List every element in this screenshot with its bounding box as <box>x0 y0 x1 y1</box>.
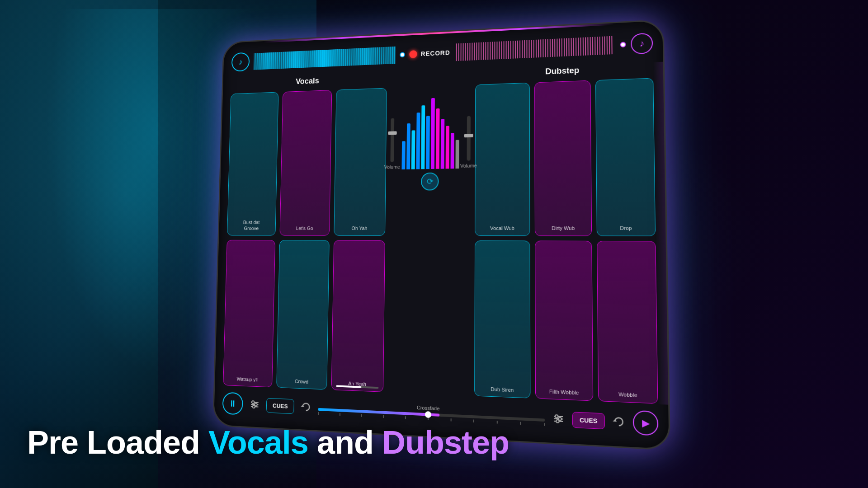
pad-label-vocal-wub: Vocal Wub <box>490 225 514 232</box>
pad-ah-yeah[interactable]: Ah Yeah <box>331 240 385 392</box>
right-volume-fader[interactable]: Volume <box>460 116 477 169</box>
svg-point-12 <box>556 420 559 423</box>
eq-bar-12 <box>455 140 459 169</box>
sync-icon-left <box>300 400 312 413</box>
left-fader-track <box>391 118 395 162</box>
headline-dubstep: Dubstep <box>382 424 509 460</box>
headline-prefix: Pre Loaded <box>27 424 208 460</box>
dubstep-panel: Dubstep Vocal Wub Dirty Wub Drop Dub Sir <box>474 63 658 404</box>
record-label: RECORD <box>421 49 450 57</box>
eq-bar-8 <box>435 108 439 169</box>
left-volume-fader[interactable]: Volume <box>384 118 401 170</box>
crossfade-thumb <box>425 411 431 418</box>
eq-bars-container <box>401 88 459 169</box>
svg-marker-13 <box>613 419 617 422</box>
pad-vocal-wub[interactable]: Vocal Wub <box>475 83 530 236</box>
crossfade-label: Crossfade <box>417 405 440 412</box>
eq-icon-left-svg <box>250 399 259 410</box>
eq-display: Volume <box>390 70 471 169</box>
sync-icon-center[interactable]: ⟳ <box>421 173 439 191</box>
pad-lets-go[interactable]: Let's Go <box>280 90 332 235</box>
cues-button-right[interactable]: CUES <box>572 412 605 429</box>
eq-bar-3 <box>411 130 415 169</box>
sync-button-right[interactable] <box>609 412 629 432</box>
pad-filth-wobble[interactable]: Filth Wobble <box>535 240 593 401</box>
headline-and: and <box>308 424 382 460</box>
pad-label-drop: Drop <box>620 225 632 232</box>
play-pause-left[interactable]: ⏸ <box>222 392 244 415</box>
pad-label-filth-wobble: Filth Wobble <box>549 388 579 396</box>
pad-label-dub-siren: Dub Siren <box>491 386 514 394</box>
svg-point-5 <box>252 405 255 408</box>
eq-bar-11 <box>450 133 454 169</box>
dubstep-title: Dubstep <box>475 63 653 80</box>
crossfade-section: Crossfade <box>318 400 545 426</box>
left-fader-handle <box>388 131 397 135</box>
pad-crowd[interactable]: Crowd <box>276 240 330 390</box>
pad-drop[interactable]: Drop <box>595 78 656 236</box>
record-dot <box>409 50 417 58</box>
pad-bust-dat-groove[interactable]: Bust datGroove <box>227 92 278 235</box>
eq-bars <box>401 97 459 169</box>
svg-point-10 <box>555 415 558 418</box>
record-button-area[interactable]: RECORD <box>409 48 450 58</box>
eq-button-left[interactable] <box>246 395 263 414</box>
play-pause-left-icon: ⏸ <box>228 398 237 408</box>
phone-device: ♪ RECORD ♪ Vocals <box>212 19 670 450</box>
pad-label-watsup-yall: Watsup y'll <box>237 375 259 383</box>
eq-bar-5 <box>421 105 425 169</box>
vocals-pad-grid: Bust datGroove Let's Go Oh Yah Watsup y'… <box>223 88 387 392</box>
svg-point-3 <box>252 401 255 404</box>
sync-icon-right <box>612 414 626 429</box>
playhead-right <box>620 42 626 47</box>
eq-bar-7 <box>430 98 434 169</box>
right-fader-handle <box>464 134 473 137</box>
svg-marker-6 <box>301 405 305 407</box>
headline-text: Pre Loaded Vocals and Dubstep <box>27 424 509 461</box>
music-icon-left[interactable]: ♪ <box>231 52 250 72</box>
phone-body: ♪ RECORD ♪ Vocals <box>212 19 670 450</box>
waveform-left <box>253 46 396 70</box>
playhead-left <box>400 52 405 57</box>
eq-bar-2 <box>406 123 410 169</box>
right-fader-track <box>467 116 470 160</box>
pad-label-lets-go: Let's Go <box>296 225 313 232</box>
pad-label-dirty-wub: Dirty Wub <box>552 225 575 232</box>
main-content: Vocals Bust datGroove Let's Go Oh Yah Wa <box>223 63 658 404</box>
pad-label-crowd: Crowd <box>295 378 308 385</box>
left-volume-label: Volume <box>384 164 401 169</box>
pad-label-oh-yah: Oh Yah <box>352 225 368 231</box>
sync-button-left[interactable] <box>297 398 315 417</box>
eq-icon-right-svg <box>553 413 564 425</box>
pad-watsup-yall[interactable]: Watsup y'll <box>223 239 275 387</box>
dubstep-pad-grid: Vocal Wub Dirty Wub Drop Dub Siren Filt <box>474 78 658 404</box>
app-ui: ♪ RECORD ♪ Vocals <box>222 30 658 438</box>
pad-dub-siren[interactable]: Dub Siren <box>474 240 530 399</box>
center-mixer: Volume <box>388 70 471 396</box>
music-icon-right[interactable]: ♪ <box>631 33 653 54</box>
eq-bar-10 <box>445 126 449 169</box>
eq-bar-4 <box>416 113 420 169</box>
waveform-right <box>455 36 613 61</box>
pad-slider-ah-yeah[interactable] <box>336 385 378 389</box>
pad-dirty-wub[interactable]: Dirty Wub <box>534 80 592 236</box>
pad-oh-yah[interactable]: Oh Yah <box>334 88 387 236</box>
pad-wobble[interactable]: Wobble <box>597 240 658 404</box>
eq-bar-6 <box>426 116 430 169</box>
pad-label-wobble: Wobble <box>618 391 637 399</box>
right-volume-label: Volume <box>460 163 477 169</box>
play-pause-right-icon: ▶ <box>642 417 649 429</box>
headline-vocals: Vocals <box>208 424 308 460</box>
vocals-panel: Vocals Bust datGroove Let's Go Oh Yah Wa <box>223 74 387 392</box>
vocals-title: Vocals <box>231 74 387 89</box>
eq-bar-1 <box>401 141 405 169</box>
eq-bar-9 <box>440 119 444 169</box>
play-pause-right[interactable]: ▶ <box>633 410 659 436</box>
eq-button-right[interactable] <box>549 409 568 429</box>
pad-label-bust-dat-groove: Bust datGroove <box>243 219 259 231</box>
cues-button-left[interactable]: CUES <box>266 398 294 414</box>
